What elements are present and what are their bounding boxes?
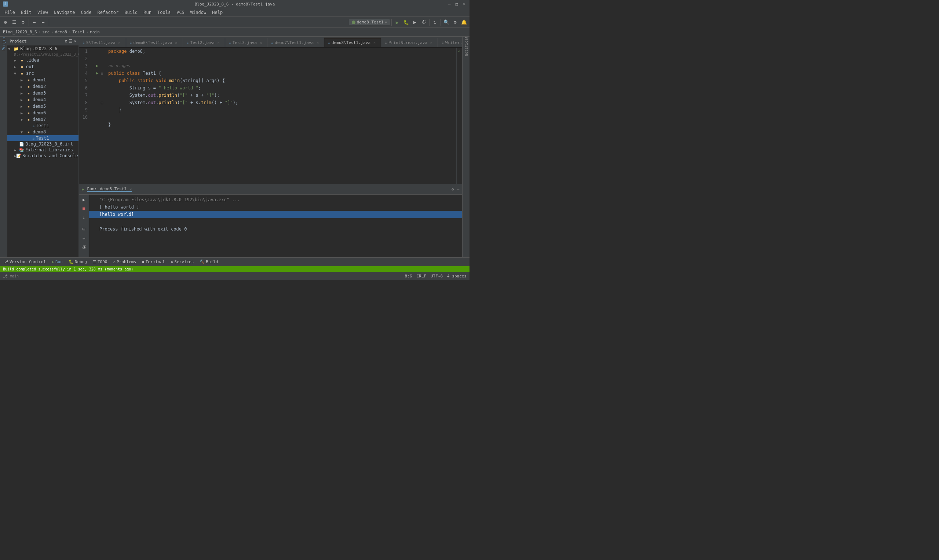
run-scroll-end[interactable]: ↓	[80, 214, 88, 221]
fg-4[interactable]: ⊟	[101, 70, 107, 77]
bottom-problems[interactable]: ⚠ Problems	[111, 259, 137, 265]
tree-close-icon[interactable]: ✕	[74, 39, 76, 44]
search-everywhere[interactable]: 🔍	[443, 18, 450, 26]
fg-8[interactable]: ⊟	[101, 99, 107, 106]
run-soft-wrap[interactable]: ↵	[80, 234, 88, 242]
toolbar-back[interactable]: ←	[31, 18, 39, 26]
menu-vcs[interactable]: VCS	[174, 9, 187, 16]
indent-settings[interactable]: 4 spaces	[447, 274, 467, 278]
toolbar-list[interactable]: ☰	[10, 18, 19, 26]
tree-root[interactable]: ▼ 📁 Blog_J2023_8_6	[7, 45, 79, 52]
tree-demo4[interactable]: ▶ ▪ demo4	[7, 96, 79, 103]
bc-demo8[interactable]: demo8	[55, 30, 67, 34]
project-panel-icon[interactable]: Project	[0, 39, 7, 45]
tree-out[interactable]: ▶ ▪ out	[7, 63, 79, 70]
bottom-debug[interactable]: 🐛 Debug	[67, 259, 88, 265]
toolbar-forward[interactable]: →	[39, 18, 47, 26]
tree-idea[interactable]: ▶ ▪ .idea	[7, 57, 79, 63]
run-output[interactable]: "C:\Program Files\Java\jdk1.8.0_192\bin\…	[89, 195, 462, 257]
tree-demo2[interactable]: ▶ ▪ demo2	[7, 83, 79, 90]
tree-scratches[interactable]: ▶ 📝 Scratches and Consoles	[7, 153, 79, 159]
run-panel-minimize[interactable]: ─	[456, 187, 459, 192]
tab-5[interactable]: ☕ demo8\Test1.java ✕	[324, 38, 381, 47]
tab-0[interactable]: ☕ 5\Test1.java ✕	[79, 38, 126, 47]
menu-build[interactable]: Build	[122, 9, 140, 16]
tree-settings-icon[interactable]: ⚙	[65, 39, 68, 44]
menu-file[interactable]: File	[2, 9, 18, 16]
tab-4[interactable]: ☕ demo7\Test1.java ✕	[267, 38, 324, 47]
tree-collapse-icon[interactable]: ☰	[69, 39, 72, 44]
tree-demo6[interactable]: ▶ ▪ demo6	[7, 109, 79, 116]
run-button[interactable]: ▶	[393, 18, 401, 26]
menu-code[interactable]: Code	[78, 9, 95, 16]
bottom-version-control[interactable]: ⎇ Version Control	[2, 259, 47, 265]
bottom-services[interactable]: ⚙ Services	[170, 259, 196, 265]
run-stop-button[interactable]: ■	[80, 205, 88, 212]
tree-demo1[interactable]: ▶ ▪ demo1	[7, 77, 79, 83]
run-tab[interactable]: Run: demo8.Test1 ✕	[87, 186, 132, 192]
tab-6[interactable]: ☕ PrintStream.java ✕	[381, 38, 438, 47]
update-button[interactable]: ↻	[431, 18, 439, 26]
tree-demo8[interactable]: ▼ ▪ demo8	[7, 129, 79, 135]
menu-help[interactable]: Help	[209, 9, 225, 16]
tab-3-close[interactable]: ✕	[258, 40, 264, 45]
menu-edit[interactable]: Edit	[18, 9, 34, 16]
maximize-button[interactable]: □	[454, 2, 459, 6]
menu-navigate[interactable]: Navigate	[51, 9, 78, 16]
tab-2-close[interactable]: ✕	[216, 40, 221, 45]
menu-view[interactable]: View	[34, 9, 51, 16]
code-area[interactable]: package demo8; no usages public class Te…	[107, 48, 456, 184]
run-panel-settings[interactable]: ⚙	[452, 187, 454, 192]
debug-button[interactable]: 🐛	[402, 18, 410, 26]
profiler-button[interactable]: ⏱	[419, 18, 428, 26]
notifications-button[interactable]: 🔔	[460, 18, 468, 26]
tab-1[interactable]: ☕ demo6\Test1.java ✕	[126, 38, 183, 47]
tab-2[interactable]: ☕ Test2.java ✕	[183, 38, 225, 47]
settings-button[interactable]: ⚙	[451, 18, 459, 26]
tab-3[interactable]: ☕ Test3.java ✕	[225, 38, 267, 47]
notifications-panel-icon[interactable]: Notifications	[463, 39, 470, 45]
bc-root[interactable]: Blog_J2023_8_6	[3, 30, 37, 34]
minimize-button[interactable]: ─	[447, 2, 452, 6]
tree-src[interactable]: ▼ ▪ src	[7, 70, 79, 77]
menu-run[interactable]: Run	[140, 9, 154, 16]
run-output-line-2[interactable]: [hello world]	[89, 211, 462, 218]
tab-6-close[interactable]: ✕	[429, 40, 434, 45]
menu-refactor[interactable]: Refactor	[94, 9, 122, 16]
tree-demo3[interactable]: ▶ ▪ demo3	[7, 90, 79, 96]
tab-1-close[interactable]: ✕	[174, 40, 179, 45]
run-tab-close[interactable]: ✕	[130, 187, 132, 191]
toolbar-settings[interactable]: ⚙	[19, 18, 27, 26]
bc-src[interactable]: src	[42, 30, 49, 34]
tree-demo5[interactable]: ▶ ▪ demo5	[7, 103, 79, 109]
bottom-todo[interactable]: ☰ TODO	[91, 259, 109, 265]
tree-demo7[interactable]: ▼ ▪ demo7	[7, 116, 79, 123]
tab-7[interactable]: ☕ Writer.java ✕	[438, 38, 462, 47]
menu-tools[interactable]: Tools	[154, 9, 174, 16]
run-rerun-button[interactable]: ▶	[80, 196, 88, 203]
rg-3[interactable]: ▶	[94, 62, 101, 70]
toolbar-project-structure[interactable]: ⚙	[2, 18, 9, 26]
charset[interactable]: UTF-8	[431, 274, 443, 278]
menu-window[interactable]: Window	[187, 9, 209, 16]
editor-content[interactable]: 1 2 3 4 5 6 7 8 9 10 ▶	[79, 48, 462, 184]
tree-demo8-test1[interactable]: ☕ Test1	[7, 135, 79, 141]
tab-5-close[interactable]: ✕	[372, 40, 377, 45]
close-button[interactable]: ✕	[461, 2, 467, 6]
tab-0-close[interactable]: ✕	[117, 40, 122, 45]
run-config-dropdown[interactable]: demo8.Test1 ▼	[349, 19, 390, 25]
run-filter-button[interactable]: ⊟	[80, 225, 88, 233]
bc-main[interactable]: main	[90, 30, 100, 34]
bottom-terminal[interactable]: ▪ Terminal	[140, 259, 167, 265]
tree-external-libs[interactable]: ▶ 📚 External Libraries	[7, 147, 79, 153]
tab-4-close[interactable]: ✕	[315, 40, 320, 45]
run-print-button[interactable]: 🖨	[80, 243, 88, 250]
coverage-button[interactable]: ▶	[411, 18, 419, 26]
bottom-run[interactable]: ▶ Run	[50, 259, 64, 265]
tree-iml-file[interactable]: 📄 Blog_J2023_8_6.iml	[7, 141, 79, 147]
cursor-position[interactable]: 8:6	[405, 274, 412, 278]
bottom-build[interactable]: 🔨 Build	[198, 259, 219, 265]
tree-demo7-test1[interactable]: ☕ Test1	[7, 123, 79, 129]
rg-4[interactable]: ▶	[94, 70, 101, 77]
line-separator[interactable]: CRLF	[416, 274, 426, 278]
